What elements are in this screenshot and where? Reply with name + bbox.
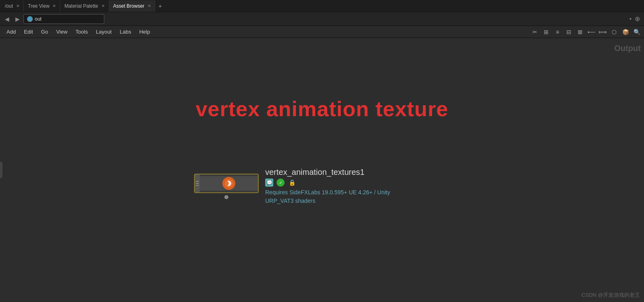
big-title: vertex animation texture <box>196 97 448 121</box>
tab-asset-browser[interactable]: Asset Browser ✕ <box>109 0 155 12</box>
output-label: Output <box>614 44 641 53</box>
toolbar-grid1-icon[interactable]: ⊞ <box>541 27 551 37</box>
pin-button[interactable]: ⊕ <box>633 15 642 23</box>
tab-tree-view-close[interactable]: ✕ <box>53 4 56 8</box>
tab-material-palette-close[interactable]: ✕ <box>101 4 105 8</box>
toolbar-search-icon[interactable]: 🔍 <box>632 27 642 37</box>
tab-out[interactable]: /out ✕ <box>1 0 24 12</box>
node-container: vertex_animation_textures1 💬 ✓ 🔒 Require… <box>194 168 419 205</box>
node-connector-dot <box>224 195 228 199</box>
address-input[interactable]: 🌐 out <box>23 14 104 24</box>
node-info: vertex_animation_textures1 💬 ✓ 🔒 Require… <box>265 168 419 205</box>
toolbar-fwd-icon[interactable]: ⟾ <box>598 27 608 37</box>
tab-out-label: /out <box>5 3 13 9</box>
check-badge[interactable]: ✓ <box>277 179 285 187</box>
menu-edit[interactable]: Edit <box>20 26 37 38</box>
comment-badge[interactable]: 💬 <box>265 179 273 187</box>
watermark: CSDN @开发游戏的老王 <box>581 291 640 299</box>
node-badges: 💬 ✓ 🔒 <box>265 179 419 187</box>
address-path: out <box>35 16 42 22</box>
toolbar-list-icon[interactable]: ≡ <box>553 27 562 37</box>
menu-go[interactable]: Go <box>37 26 52 38</box>
lock-badge[interactable]: 🔒 <box>288 179 296 187</box>
menu-help[interactable]: Help <box>135 26 154 38</box>
tab-tree-view[interactable]: Tree View ✕ <box>24 0 60 12</box>
node-left-stripe <box>195 174 200 192</box>
menu-view[interactable]: View <box>52 26 72 38</box>
globe-icon: 🌐 <box>27 16 33 22</box>
left-panel-handle[interactable] <box>0 162 2 178</box>
toolbar-package-icon[interactable]: 📦 <box>621 27 630 37</box>
stripe-line-3 <box>196 185 199 186</box>
toolbar-icons: ✂ ⊞ ≡ ⊟ ⊠ ⟵ ⟾ ⬡ 📦 🔍 <box>530 27 642 37</box>
tab-plus-button[interactable]: + <box>155 0 165 12</box>
menu-labs[interactable]: Labs <box>116 26 135 38</box>
toolbar-hex-icon[interactable]: ⬡ <box>609 27 619 37</box>
tab-out-close[interactable]: ✕ <box>16 4 19 8</box>
tab-material-palette[interactable]: Material Palette ✕ <box>60 0 109 12</box>
menu-bar: Add Edit Go View Tools Layout Labs Help … <box>0 26 644 38</box>
forward-button[interactable]: ▶ <box>13 15 22 23</box>
stripe-line-2 <box>196 183 199 184</box>
node-box[interactable] <box>194 174 259 199</box>
node-description: Requires SideFXLabs 19.0.595+ UE 4.26+ /… <box>265 188 419 205</box>
back-button[interactable]: ◀ <box>2 15 11 23</box>
tab-tree-view-label: Tree View <box>28 3 49 9</box>
toolbar-grid3-icon[interactable]: ⊠ <box>575 27 585 37</box>
tab-asset-browser-label: Asset Browser <box>113 3 144 9</box>
tab-asset-browser-close[interactable]: ✕ <box>148 4 151 8</box>
node-widget[interactable] <box>194 174 259 193</box>
tab-bar: /out ✕ Tree View ✕ Material Palette ✕ As… <box>0 0 644 12</box>
toolbar-cut-icon[interactable]: ✂ <box>530 27 540 37</box>
node-name: vertex_animation_textures1 <box>265 168 419 177</box>
node-icon-area <box>200 176 258 191</box>
stripe-line-1 <box>196 181 199 182</box>
dropdown-arrow-icon[interactable]: ▾ <box>629 17 631 21</box>
main-content: Output vertex animation texture <box>0 38 644 302</box>
tab-material-palette-label: Material Palette <box>64 3 98 9</box>
toolbar-grid2-icon[interactable]: ⊟ <box>564 27 574 37</box>
toolbar-back-icon[interactable]: ⟵ <box>587 27 596 37</box>
menu-add[interactable]: Add <box>2 26 20 38</box>
houdini-icon <box>222 176 236 191</box>
menu-tools[interactable]: Tools <box>72 26 92 38</box>
menu-layout[interactable]: Layout <box>92 26 116 38</box>
address-bar-row: ◀ ▶ 🌐 out ▾ ⊕ <box>0 12 644 26</box>
